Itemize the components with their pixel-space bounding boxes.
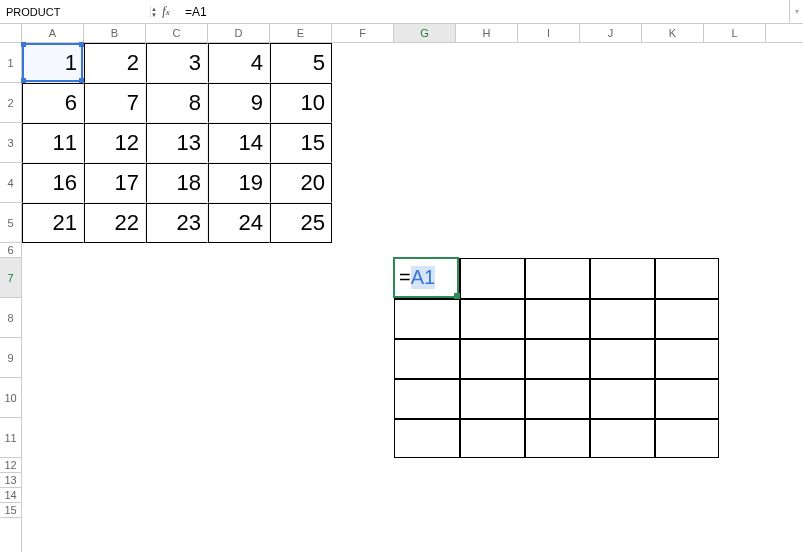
row-header-3[interactable]: 3 [0, 123, 21, 163]
table1-cell[interactable]: 9 [208, 83, 270, 123]
table1-cell[interactable]: 6 [22, 83, 84, 123]
col-header-L[interactable]: L [704, 24, 766, 42]
col-header-K[interactable]: K [642, 24, 704, 42]
table1-cell[interactable]: 5 [270, 43, 332, 83]
table1-cell[interactable]: 4 [208, 43, 270, 83]
name-box-spinner: ▲ ▼ [150, 6, 157, 18]
col-header-F[interactable]: F [332, 24, 394, 42]
table1-cell[interactable]: 23 [146, 203, 208, 243]
col-header-A[interactable]: A [22, 24, 84, 42]
row-header-15[interactable]: 15 [0, 503, 21, 518]
row-header-2[interactable]: 2 [0, 83, 21, 123]
editing-cell[interactable]: =A1 [393, 257, 459, 298]
table1-cell[interactable]: 15 [270, 123, 332, 163]
col-header-I[interactable]: I [518, 24, 580, 42]
row-header-11[interactable]: 11 [0, 418, 21, 458]
row-header-1[interactable]: 1 [0, 43, 21, 83]
table1-cell[interactable]: 14 [208, 123, 270, 163]
row-header-6[interactable]: 6 [0, 243, 21, 258]
row-header-9[interactable]: 9 [0, 338, 21, 378]
cells-layer[interactable]: 1234567891011121314151617181920212223242… [22, 43, 803, 552]
table1-cell[interactable]: 11 [22, 123, 84, 163]
table1-cell[interactable]: 18 [146, 163, 208, 203]
table1-cell[interactable]: 20 [270, 163, 332, 203]
col-header-C[interactable]: C [146, 24, 208, 42]
col-header-G[interactable]: G [394, 24, 456, 42]
table1-cell[interactable]: 24 [208, 203, 270, 243]
spinner-down-icon[interactable]: ▼ [151, 12, 157, 18]
formula-input[interactable] [179, 0, 789, 23]
row-header-12[interactable]: 12 [0, 458, 21, 473]
table1-cell[interactable]: 17 [84, 163, 146, 203]
editing-cell-eq: = [399, 266, 411, 289]
col-header-D[interactable]: D [208, 24, 270, 42]
formula-bar-expand-icon[interactable]: ▾ [789, 0, 803, 23]
row-header-4[interactable]: 4 [0, 163, 21, 203]
row-header-13[interactable]: 13 [0, 473, 21, 488]
name-box[interactable] [0, 0, 150, 23]
row-header-7[interactable]: 7 [0, 258, 21, 298]
row-header-10[interactable]: 10 [0, 378, 21, 418]
row-headers: 123456789101112131415 [0, 43, 22, 552]
table1-cell[interactable]: 21 [22, 203, 84, 243]
fill-handle[interactable] [454, 293, 460, 299]
col-header-E[interactable]: E [270, 24, 332, 42]
grid-area: ABCDEFGHIJKL 123456789101112131415 12345… [0, 24, 803, 552]
select-all-corner[interactable] [0, 24, 22, 43]
col-header-H[interactable]: H [456, 24, 518, 42]
table1-cell[interactable]: 22 [84, 203, 146, 243]
column-headers: ABCDEFGHIJKL [22, 24, 803, 43]
row-header-5[interactable]: 5 [0, 203, 21, 243]
formula-bar: ▲ ▼ ✕ ✓ fx ▾ [0, 0, 803, 24]
col-header-J[interactable]: J [580, 24, 642, 42]
row-header-8[interactable]: 8 [0, 298, 21, 338]
table1-cell[interactable]: 16 [22, 163, 84, 203]
table1-cell[interactable]: 12 [84, 123, 146, 163]
table1-cell[interactable]: 1 [22, 43, 84, 83]
row-header-14[interactable]: 14 [0, 488, 21, 503]
table1-cell[interactable]: 7 [84, 83, 146, 123]
table1-cell[interactable]: 19 [208, 163, 270, 203]
editing-cell-ref: A1 [411, 266, 435, 289]
col-header-B[interactable]: B [84, 24, 146, 42]
table1-cell[interactable]: 25 [270, 203, 332, 243]
name-box-wrap: ▲ ▼ [0, 0, 100, 23]
table1-cell[interactable]: 2 [84, 43, 146, 83]
table1-cell[interactable]: 8 [146, 83, 208, 123]
table1-cell[interactable]: 3 [146, 43, 208, 83]
table1-cell[interactable]: 10 [270, 83, 332, 123]
table1-cell[interactable]: 13 [146, 123, 208, 163]
